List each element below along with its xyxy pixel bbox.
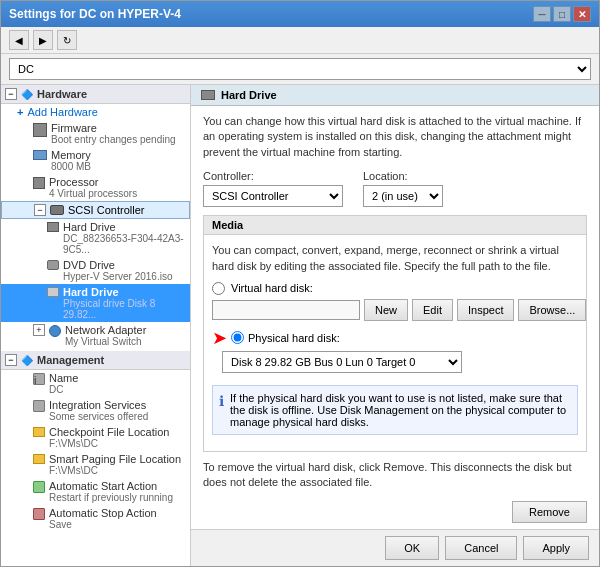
auto-stop-content: Automatic Stop Action Save <box>49 507 157 530</box>
physical-disk-select[interactable]: Disk 8 29.82 GB Bus 0 Lun 0 Target 0 <box>222 351 462 373</box>
virtual-hd-radio[interactable] <box>212 282 225 295</box>
bottom-buttons: OK Cancel Apply <box>191 529 599 566</box>
memory-icon <box>33 150 47 160</box>
forward-button[interactable]: ▶ <box>33 30 53 50</box>
auto-start-sub: Restart if previously running <box>49 492 173 503</box>
integration-icon <box>33 400 45 412</box>
name-content: Name DC <box>49 372 78 395</box>
processor-item[interactable]: Processor 4 Virtual processors <box>1 174 190 201</box>
hard-drive2-sub: Physical drive Disk 8 29.82... <box>63 298 186 320</box>
panel-content: You can change how this virtual hard dis… <box>191 106 599 529</box>
virtual-hd-buttons: New Edit Inspect Browse... <box>364 299 586 321</box>
add-hardware-label: Add Hardware <box>27 106 97 118</box>
network-content: Network Adapter My Virtual Switch <box>65 324 146 347</box>
processor-label: Processor <box>49 176 137 188</box>
scsi-controller-item[interactable]: − SCSI Controller <box>1 201 190 219</box>
name-item[interactable]: i Name DC <box>1 370 190 397</box>
panel-description: You can change how this virtual hard dis… <box>203 114 587 160</box>
toolbar: ◀ ▶ ↻ <box>1 27 599 54</box>
integration-item[interactable]: Integration Services Some services offer… <box>1 397 190 424</box>
firmware-sub: Boot entry changes pending <box>51 134 176 145</box>
checkpoint-sub: F:\VMs\DC <box>49 438 169 449</box>
add-hardware-item[interactable]: + Add Hardware <box>1 104 190 120</box>
remove-row: Remove <box>203 501 587 523</box>
auto-stop-item[interactable]: Automatic Stop Action Save <box>1 505 190 532</box>
refresh-button[interactable]: ↻ <box>57 30 77 50</box>
network-item[interactable]: + Network Adapter My Virtual Switch <box>1 322 190 349</box>
management-section-header[interactable]: − 🔷 Management <box>1 351 190 370</box>
physical-hd-radio[interactable] <box>231 331 244 344</box>
vm-select-dropdown[interactable]: DC <box>9 58 591 80</box>
auto-start-icon <box>33 481 45 493</box>
auto-start-label: Automatic Start Action <box>49 480 173 492</box>
dvd-drive-label: DVD Drive <box>63 259 173 271</box>
back-button[interactable]: ◀ <box>9 30 29 50</box>
hard-drive-content: Hard Drive DC_88236653-F304-42A3-9C5... <box>63 221 186 255</box>
close-button[interactable]: ✕ <box>573 6 591 22</box>
smart-paging-label: Smart Paging File Location <box>49 453 181 465</box>
controller-location-row: Controller: SCSI Controller Location: 2 … <box>203 170 587 207</box>
memory-label: Memory <box>51 149 91 161</box>
hardware-section-header[interactable]: − 🔷 Hardware <box>1 85 190 104</box>
main-content: − 🔷 Hardware + Add Hardware Firmware Boo… <box>1 85 599 566</box>
checkpoint-item[interactable]: Checkpoint File Location F:\VMs\DC <box>1 424 190 451</box>
processor-content: Processor 4 Virtual processors <box>49 176 137 199</box>
auto-start-item[interactable]: Automatic Start Action Restart if previo… <box>1 478 190 505</box>
network-icon <box>49 325 61 337</box>
inspect-button[interactable]: Inspect <box>457 299 514 321</box>
physical-hd-radio-row: ➤ Physical hard disk: <box>212 327 578 349</box>
processor-sub: 4 Virtual processors <box>49 188 137 199</box>
integration-label: Integration Services <box>49 399 148 411</box>
smart-paging-sub: F:\VMs\DC <box>49 465 181 476</box>
auto-stop-label: Automatic Stop Action <box>49 507 157 519</box>
hard-drive2-item[interactable]: Hard Drive Physical drive Disk 8 29.82..… <box>1 284 190 322</box>
info-box: ℹ If the physical hard disk you want to … <box>212 385 578 435</box>
cancel-button[interactable]: Cancel <box>445 536 517 560</box>
firmware-icon <box>33 123 47 137</box>
minimize-button[interactable]: ─ <box>533 6 551 22</box>
red-arrow-icon: ➤ <box>212 327 227 349</box>
hard-drive-item[interactable]: Hard Drive DC_88236653-F304-42A3-9C5... <box>1 219 190 257</box>
name-icon: i <box>33 373 45 385</box>
controller-select[interactable]: SCSI Controller <box>203 185 343 207</box>
dvd-drive-item[interactable]: DVD Drive Hyper-V Server 2016.iso <box>1 257 190 284</box>
firmware-label: Firmware <box>51 122 176 134</box>
dvd-drive-content: DVD Drive Hyper-V Server 2016.iso <box>63 259 173 282</box>
location-group: Location: 2 (in use) <box>363 170 443 207</box>
browse-button[interactable]: Browse... <box>518 299 586 321</box>
edit-button[interactable]: Edit <box>412 299 453 321</box>
virtual-hd-input[interactable] <box>212 300 360 320</box>
scsi-label: SCSI Controller <box>68 204 144 216</box>
network-expand-icon: + <box>33 324 45 336</box>
firmware-item[interactable]: Firmware Boot entry changes pending <box>1 120 190 147</box>
right-panel: Hard Drive You can change how this virtu… <box>191 85 599 566</box>
ok-button[interactable]: OK <box>385 536 439 560</box>
window-title: Settings for DC on HYPER-V-4 <box>9 7 181 21</box>
network-sub: My Virtual Switch <box>65 336 146 347</box>
title-bar-buttons: ─ □ ✕ <box>533 6 591 22</box>
virtual-hd-radio-row: Virtual hard disk: <box>212 282 578 295</box>
info-icon: ℹ <box>219 393 224 409</box>
integration-sub: Some services offered <box>49 411 148 422</box>
location-select[interactable]: 2 (in use) <box>363 185 443 207</box>
maximize-button[interactable]: □ <box>553 6 571 22</box>
hard-drive2-label: Hard Drive <box>63 286 186 298</box>
apply-button[interactable]: Apply <box>523 536 589 560</box>
virtual-hd-input-row: New Edit Inspect Browse... <box>212 299 578 321</box>
new-button[interactable]: New <box>364 299 408 321</box>
hard-drive2-content: Hard Drive Physical drive Disk 8 29.82..… <box>63 286 186 320</box>
location-label: Location: <box>363 170 443 182</box>
memory-sub: 8000 MB <box>51 161 91 172</box>
dvd-drive-sub: Hyper-V Server 2016.iso <box>63 271 173 282</box>
physical-hd-select-row: Disk 8 29.82 GB Bus 0 Lun 0 Target 0 <box>212 351 578 379</box>
memory-item[interactable]: Memory 8000 MB <box>1 147 190 174</box>
hard-drive2-icon <box>47 287 59 297</box>
remove-button[interactable]: Remove <box>512 501 587 523</box>
firmware-content: Firmware Boot entry changes pending <box>51 122 176 145</box>
controller-label: Controller: <box>203 170 343 182</box>
panel-header: Hard Drive <box>191 85 599 106</box>
smart-paging-item[interactable]: Smart Paging File Location F:\VMs\DC <box>1 451 190 478</box>
hardware-expand-icon: − <box>5 88 17 100</box>
media-header: Media <box>204 216 586 235</box>
network-label: Network Adapter <box>65 324 146 336</box>
